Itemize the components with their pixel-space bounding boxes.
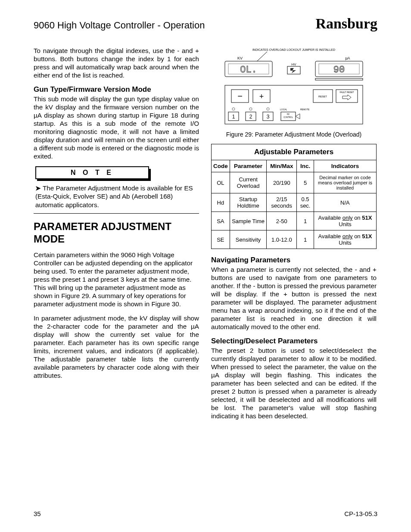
parameter-adjustment-heading: PARAMETER ADJUSTMENT MODE bbox=[34, 221, 199, 246]
kv-label: KV bbox=[237, 56, 243, 60]
cell-minmax: 2-50 bbox=[267, 212, 297, 230]
running-title: 9060 High Voltage Controller - Operation bbox=[34, 20, 205, 31]
selecting-heading: Selecting/Deselect Parameters bbox=[211, 337, 377, 345]
cell-ind: Available only on 51X Units bbox=[314, 230, 376, 249]
cell-minmax: 2/15 seconds bbox=[267, 193, 297, 212]
note-body-text: The Parameter Adjustment Mode is availab… bbox=[35, 184, 193, 208]
cell-param: Sensitivity bbox=[230, 230, 267, 249]
fault-reset-button: FAULT RESET bbox=[339, 91, 354, 93]
figure-29: INDICATES OVERLOAD LOCKOUT JUMPER IS INS… bbox=[216, 47, 371, 128]
param-text-2: In parameter adjustment mode, the kV dis… bbox=[34, 314, 199, 380]
table-row: OL Current Overload 20/190 5 Decimal mar… bbox=[212, 172, 377, 193]
note-body: ➤The Parameter Adjustment Mode is availa… bbox=[34, 179, 199, 214]
navigating-heading: Navigating Parameters bbox=[211, 256, 377, 264]
col-code: Code bbox=[212, 160, 230, 172]
hv-control-label-1: HV bbox=[287, 113, 290, 115]
preset-2-button: 2 bbox=[249, 114, 252, 120]
ua-display: 90 bbox=[333, 65, 345, 75]
cell-minmax: 20/190 bbox=[267, 172, 297, 193]
navigating-text: When a parameter is currently not select… bbox=[211, 265, 377, 331]
remote-label: REMOTE bbox=[300, 108, 310, 111]
table-row: Hd Startup Holdtime 2/15 seconds 0.5 sec… bbox=[212, 193, 377, 212]
cell-code: SE bbox=[212, 230, 230, 249]
controller-illustration: INDICATES OVERLOAD LOCKOUT JUMPER IS INS… bbox=[216, 47, 371, 128]
cell-inc: 0.5 sec. bbox=[297, 193, 314, 212]
right-column: INDICATES OVERLOAD LOCKOUT JUMPER IS INS… bbox=[211, 47, 377, 426]
cell-minmax: 1.0-12.0 bbox=[267, 230, 297, 249]
ua-label: µA bbox=[345, 56, 350, 60]
plus-button: + bbox=[259, 92, 264, 101]
cell-inc: 1 bbox=[297, 230, 314, 249]
cell-ind: N/A bbox=[314, 193, 376, 212]
reset-button: RESET bbox=[318, 95, 327, 98]
figure-29-caption: Figure 29: Parameter Adjustment Mode (Ov… bbox=[211, 131, 377, 138]
note-title: N O T E bbox=[35, 166, 149, 179]
preset-1-button: 1 bbox=[232, 114, 235, 120]
intro-text: To navigate through the digital indexes,… bbox=[34, 47, 199, 79]
cell-inc: 1 bbox=[297, 212, 314, 230]
col-indicators: Indicators bbox=[314, 160, 376, 172]
table-header-row: Code Parameter Min/Max Inc. Indicators bbox=[212, 160, 377, 172]
overload-label: INDICATES OVERLOAD LOCKOUT JUMPER IS INS… bbox=[252, 48, 335, 51]
selecting-text: The preset 2 button is used to select/de… bbox=[211, 346, 377, 420]
table-row: SE Sensitivity 1.0-12.0 1 Available only… bbox=[212, 230, 377, 249]
note-arrow-icon: ➤ bbox=[35, 184, 41, 192]
table-title: Adjustable Parameters bbox=[211, 144, 377, 160]
col-minmax: Min/Max bbox=[267, 160, 297, 172]
hv-control-label-2: CONTROL bbox=[283, 116, 293, 118]
page-number: 35 bbox=[34, 510, 41, 517]
gun-type-heading: Gun Type/Firmware Version Mode bbox=[34, 85, 199, 94]
param-text-1: Certain parameters within the 9060 High … bbox=[34, 251, 199, 308]
preset-3-button: 3 bbox=[267, 114, 270, 120]
minus-button: − bbox=[237, 91, 243, 101]
cell-param: Current Overload bbox=[230, 172, 267, 193]
doc-number: CP-13-05.3 bbox=[344, 510, 377, 517]
cell-code: OL bbox=[212, 172, 230, 193]
cell-param: Sample Time bbox=[230, 212, 267, 230]
left-column: To navigate through the digital indexes,… bbox=[34, 47, 199, 426]
cell-inc: 5 bbox=[297, 172, 314, 193]
cell-ind: Available only on 51X Units bbox=[314, 212, 376, 230]
table-row: SA Sample Time 2-50 1 Available only on … bbox=[212, 212, 377, 230]
kv-display: OL. bbox=[240, 65, 257, 75]
cell-code: SA bbox=[212, 212, 230, 230]
brand-logo: Ransburg bbox=[315, 16, 377, 32]
page-header: 9060 High Voltage Controller - Operation… bbox=[34, 16, 377, 32]
hv-label: HV bbox=[291, 62, 296, 66]
gun-type-text: This sub mode will display the gun type … bbox=[34, 95, 199, 160]
page-footer: 35 CP-13-05.3 bbox=[34, 510, 377, 517]
col-parameter: Parameter bbox=[230, 160, 267, 172]
local-label: LOCAL bbox=[280, 108, 287, 111]
svg-rect-6 bbox=[315, 78, 363, 80]
cell-param: Startup Holdtime bbox=[230, 193, 267, 212]
cell-code: Hd bbox=[212, 193, 230, 212]
col-inc: Inc. bbox=[297, 160, 314, 172]
adjustable-parameters-table: Adjustable Parameters Code Parameter Min… bbox=[211, 144, 377, 249]
cell-ind: Decimal marker on code means overload ju… bbox=[314, 172, 376, 193]
note-box: N O T E ➤The Parameter Adjustment Mode i… bbox=[34, 166, 199, 214]
